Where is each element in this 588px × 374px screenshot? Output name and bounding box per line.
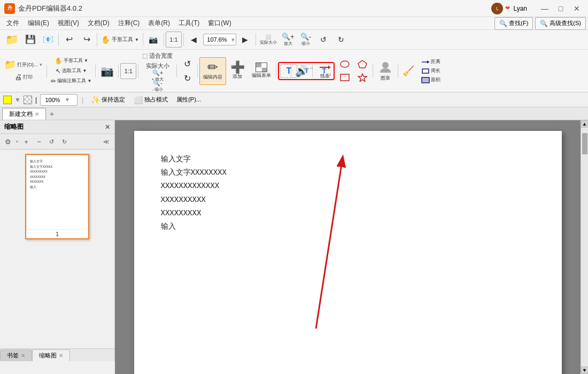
audio-button[interactable]: 🔊 [293,57,311,85]
rect-button[interactable] [336,71,353,84]
svg-marker-1 [328,65,330,69]
ratio2-button[interactable]: 1:1 [120,63,136,79]
erase-button[interactable]: 🧹 [400,57,417,85]
fit-page-button[interactable]: ⬜ 实际大小 [258,32,279,48]
thumbnail-page-1[interactable]: 输入文字 输入文字XXXXX XXXXXXXXX XXXXXXXX XXXXXX… [25,154,89,239]
menu-document[interactable]: 文档(D) [83,18,114,29]
undo-button[interactable]: ↩ [60,32,78,48]
sidebar-settings-button[interactable]: ⚙ [2,136,14,147]
zoom-in-button[interactable]: 🔍+ 放大 [280,32,297,48]
lines-button[interactable]: 线条 [314,57,336,85]
avatar: L [491,3,503,14]
menu-form[interactable]: 表单(R) [144,18,174,29]
sidebar-close-button[interactable]: ✕ [105,123,110,131]
perimeter-button[interactable]: 周长 [417,67,444,75]
app-window: 丹 金丹PDF编辑器4.0.2 L ❤ Lyan — □ ✕ 文件 编辑(E) … [0,0,588,374]
open-button-large[interactable]: 📁 打开(O)... ▼ [2,59,45,71]
maximize-button[interactable]: □ [554,3,568,14]
ellipse-button[interactable] [336,58,353,71]
add-button[interactable]: ➕ 添加 [227,57,248,85]
stamp-button[interactable]: 图章 [375,57,396,85]
toolbar-row-1: 📁 💾 📧 ↩ ↪ ✋ 手形工具 ▼ [0,30,588,50]
menu-window[interactable]: 窗口(W) [204,18,235,29]
bookmarks-tab[interactable]: 书签 ✕ [0,349,32,361]
main-document-tab[interactable]: 新建文档 ✕ [2,108,46,120]
menu-file[interactable]: 文件 [2,18,24,29]
hand-tool-button[interactable]: ✋ 手形工具 ▼ [99,32,141,48]
pdf-area[interactable]: 输入文字 输入文字XXXXXXXX XXXXXXXXXXXXX XXXXXXXX… [115,120,581,374]
vertical-scrollbar: ▲ ▼ [581,120,588,374]
foreground-color[interactable] [3,96,12,104]
sep1 [58,33,59,46]
menu-edit[interactable]: 编辑(E) [24,18,53,29]
fit-width-button[interactable]: ⬚ 适合宽度 [140,51,175,60]
pentagon-button[interactable] [354,58,371,71]
minimize-button[interactable]: — [538,3,552,14]
scroll-up-button[interactable]: ▲ [581,120,589,128]
thumbnails-tab-close[interactable]: ✕ [59,353,63,359]
redo-button[interactable]: ↪ [78,32,95,48]
bookmarks-tab-close[interactable]: ✕ [21,353,25,359]
edit-content-button[interactable]: ✏ 编辑内容 [199,57,226,85]
snapshot2-button[interactable]: 📷 [97,56,117,86]
sep5 [183,33,184,46]
zoom-out2-button[interactable]: 🔍- - 缩小 [149,81,166,91]
advanced-search-button[interactable]: 🔍 高级查找(S) [535,17,586,30]
zoom-control[interactable]: ▼ [203,34,236,45]
edit-annotation2-button[interactable]: ✏ 编辑注释工具 ▼ [49,76,94,86]
zoom-selector[interactable]: ▼ [40,94,78,106]
select-tool2-button[interactable]: ↖ 选取工具 ▼ [49,66,94,76]
close-tab-icon[interactable]: ✕ [35,111,39,117]
next-page-button[interactable]: ▶ [237,32,254,48]
zoom-value-input[interactable] [41,97,65,103]
keep-selected-button[interactable]: ✨ 保持选定 [88,95,128,105]
menu-annotation[interactable]: 注释(C) [114,18,144,29]
toolbar-area: 📁 💾 📧 ↩ ↪ ✋ 手形工具 ▼ [0,30,588,92]
scroll-track[interactable] [581,128,588,367]
title-left: 丹 金丹PDF编辑器4.0.2 [4,3,82,14]
menu-view[interactable]: 视图(V) [53,18,83,29]
rotate-right-button[interactable]: ↻ [332,32,350,48]
pdf-line-2: 输入文字XXXXXXXX [161,166,535,179]
zoom-input[interactable] [204,36,230,43]
ratio-button[interactable]: 1:1 [166,32,182,48]
snapshot-button[interactable]: 📷 [145,32,162,48]
thumbnail-content: 输入文字 输入文字XXXXX XXXXXXXXX XXXXXXXX XXXXXX… [26,155,88,230]
area-button[interactable]: 面积 [417,76,444,84]
sidebar-toolbar: ⚙ ▼ + − ↺ ↻ ≪ [0,134,114,150]
scroll-down-button[interactable]: ▼ [581,367,589,374]
rotate-ccw2-button[interactable]: ↺ [179,57,196,71]
rotate-left-button[interactable]: ↺ [315,32,332,48]
menu-tools[interactable]: 工具(T) [174,18,204,29]
email-button[interactable]: 📧 [40,31,57,48]
exclusive-mode-button[interactable]: ⬜ 独占模式 [130,95,171,105]
search-button[interactable]: 🔍 查找(F) [494,17,533,30]
sidebar-zoom-in-button[interactable]: + [20,136,32,147]
zoom-out-button[interactable]: 🔍- 缩小 [297,32,314,48]
properties-button[interactable]: 属性(P)... [173,95,204,105]
close-button[interactable]: ✕ [570,3,584,14]
sep3 [143,33,143,46]
scroll-thumb[interactable] [582,133,587,154]
open-folder-button[interactable]: 📁 [2,31,21,48]
thumbnails-tab[interactable]: 缩略图 ✕ [32,349,70,361]
sidebar-rotate-cw-button[interactable]: ↻ [59,136,71,147]
content-area: 缩略图 ✕ ⚙ ▼ + − ↺ ↻ ≪ ◀ [0,120,588,374]
distance-button[interactable]: 距离 [417,58,444,66]
sidebar-rotate-ccw-button[interactable]: ↺ [46,136,58,147]
hand-tool2-button[interactable]: ✋ 手形工具 ▼ [49,56,94,66]
print-button[interactable]: 🖨 打印 [10,71,37,83]
rotate-cw2-button[interactable]: ↻ [179,71,196,85]
user-info: L ❤ Lyan [491,3,527,14]
prev-page-button[interactable]: ◀ [185,32,203,48]
pdf-wrapper: 输入文字 输入文字XXXXXXXX XXXXXXXXXXXXX XXXXXXXX… [115,120,588,374]
star-button[interactable] [354,71,371,84]
sidebar-collapse-button[interactable]: ≪ [100,136,112,147]
save-button[interactable]: 💾 [22,31,39,48]
background-color[interactable] [24,96,32,104]
add-tab-button[interactable]: + [46,108,58,120]
sidebar-zoom-out-button[interactable]: − [33,136,45,147]
sep-t2-6 [197,65,198,77]
tab-bar: 新建文档 ✕ + [0,107,588,120]
edit-table-button[interactable]: 编辑表单 [249,57,274,85]
